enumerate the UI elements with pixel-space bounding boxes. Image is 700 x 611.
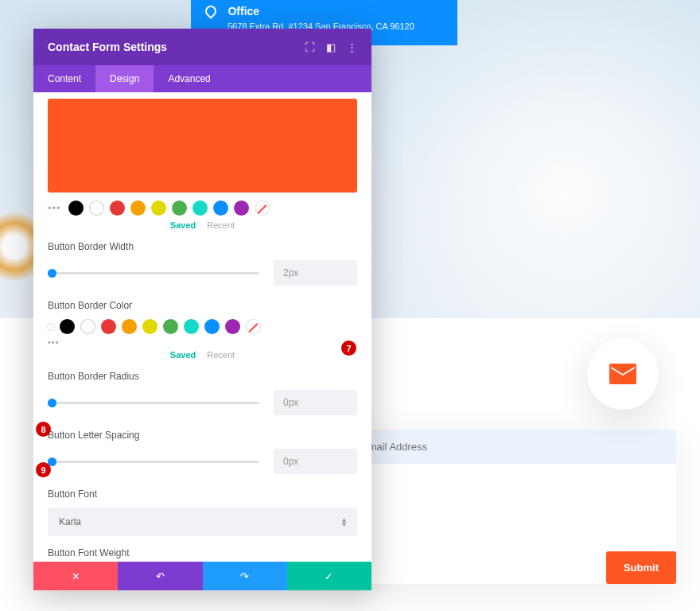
swatch-orange[interactable] — [122, 319, 137, 334]
redo-button[interactable]: ↷ — [203, 562, 287, 590]
recent-tab[interactable]: Recent — [207, 220, 235, 230]
columns-icon[interactable]: ◧ — [326, 41, 336, 53]
font-label: Button Font — [48, 488, 357, 500]
border-radius-label: Button Border Radius — [48, 371, 357, 382]
tab-design[interactable]: Design — [95, 65, 154, 92]
border-radius-slider[interactable] — [48, 402, 259, 404]
swatch-white[interactable] — [89, 200, 104, 216]
saved-recent-tabs-2: Saved Recent — [48, 350, 357, 360]
swatch-orange[interactable] — [130, 200, 146, 216]
border-width-slider-row — [48, 260, 357, 286]
slider-thumb[interactable] — [48, 269, 56, 278]
mail-fab[interactable] — [587, 338, 659, 410]
swatch-white[interactable] — [80, 319, 95, 334]
border-width-slider[interactable] — [48, 272, 259, 274]
swatch-blue[interactable] — [204, 319, 220, 334]
letter-spacing-input[interactable] — [274, 449, 357, 474]
tab-advanced[interactable]: Advanced — [154, 65, 224, 92]
letter-spacing-slider[interactable] — [48, 461, 259, 463]
tab-content[interactable]: Content — [33, 65, 95, 92]
font-dropdown[interactable]: Karla ▴▾ — [48, 508, 357, 536]
swatch-none[interactable] — [255, 200, 270, 216]
color-preview-swatch[interactable] — [48, 99, 357, 193]
letter-spacing-slider-row — [48, 449, 357, 474]
email-input[interactable] — [350, 430, 676, 464]
more-icon[interactable]: ⋮ — [347, 41, 357, 53]
contact-form: Submit — [350, 430, 676, 584]
swatch-yellow[interactable] — [142, 319, 158, 334]
background-blur — [366, 0, 700, 318]
swatch-yellow[interactable] — [151, 200, 166, 216]
panel-title: Contact Form Settings — [48, 41, 167, 53]
more-colors-icon-2[interactable]: ••• — [48, 337, 357, 347]
office-title: Office — [228, 5, 259, 18]
color-swatch-row-1: ••• — [48, 200, 357, 216]
settings-panel: Contact Form Settings ⛶ ◧ ⋮ Content Desi… — [33, 29, 371, 590]
annotation-badge-7: 7 — [341, 341, 356, 356]
swatch-none[interactable] — [246, 319, 261, 334]
font-value: Karla — [59, 516, 81, 527]
swatch-purple[interactable] — [225, 319, 240, 334]
swatch-green[interactable] — [163, 319, 178, 334]
panel-header: Contact Form Settings ⛶ ◧ ⋮ — [33, 29, 371, 65]
panel-body: ••• Saved Recent Button Border Width But… — [33, 92, 371, 562]
swatch-red[interactable] — [101, 319, 116, 334]
font-weight-label: Button Font Weight — [48, 547, 357, 558]
swatch-cyan[interactable] — [192, 200, 208, 216]
color-swatch-row-2 — [48, 319, 357, 334]
border-radius-input[interactable] — [274, 390, 357, 415]
saved-tab[interactable]: Saved — [170, 220, 196, 230]
panel-tabs: Content Design Advanced — [33, 65, 371, 92]
swatch-green[interactable] — [172, 200, 187, 216]
border-radius-slider-row — [48, 390, 357, 415]
border-width-label: Button Border Width — [48, 241, 357, 252]
swatch-cyan[interactable] — [184, 319, 199, 334]
border-width-input[interactable] — [274, 260, 357, 286]
undo-button[interactable]: ↶ — [118, 562, 202, 590]
swatch-blue[interactable] — [213, 200, 228, 216]
slider-thumb[interactable] — [48, 399, 56, 407]
more-colors-icon[interactable]: ••• — [48, 202, 61, 214]
annotation-badge-8: 8 — [36, 422, 51, 437]
saved-tab[interactable]: Saved — [170, 350, 196, 360]
saved-recent-tabs: Saved Recent — [48, 220, 357, 230]
swatch-transparent-selected[interactable] — [48, 324, 54, 330]
confirm-button[interactable]: ✓ — [287, 562, 371, 590]
expand-icon[interactable]: ⛶ — [305, 41, 315, 53]
submit-button[interactable]: Submit — [606, 551, 676, 584]
recent-tab[interactable]: Recent — [207, 350, 235, 360]
swatch-black[interactable] — [60, 319, 75, 334]
border-color-label: Button Border Color — [48, 300, 357, 311]
mail-icon — [609, 364, 636, 384]
cancel-button[interactable]: ✕ — [33, 562, 118, 590]
swatch-purple[interactable] — [234, 200, 249, 216]
swatch-black[interactable] — [68, 200, 84, 216]
annotation-badge-9: 9 — [36, 462, 51, 477]
dropdown-arrows-icon: ▴▾ — [342, 517, 346, 527]
swatch-red[interactable] — [110, 200, 125, 216]
letter-spacing-label: Button Letter Spacing — [48, 430, 357, 441]
location-pin-icon — [203, 3, 219, 19]
panel-footer: ✕ ↶ ↷ ✓ — [33, 562, 371, 590]
